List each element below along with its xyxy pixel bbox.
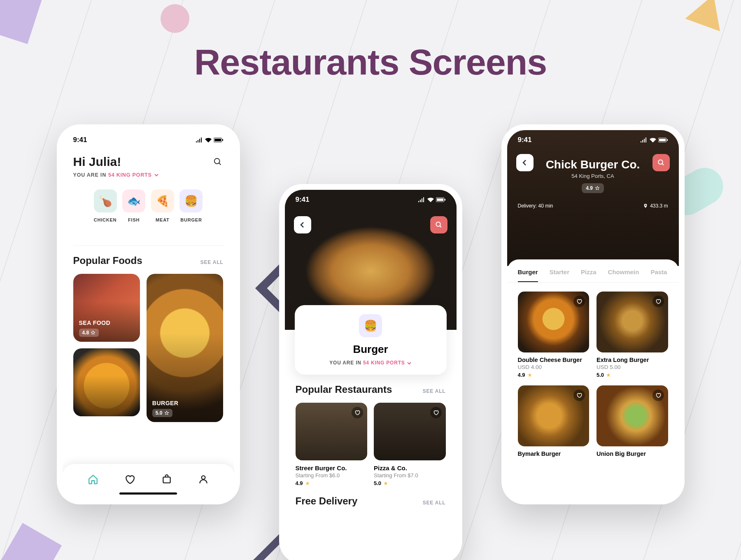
restaurant-card[interactable]: Streer Burger Co. Starting From $6.0 4.9 [296, 403, 368, 486]
favorite-icon[interactable] [652, 390, 664, 401]
food-card-burger[interactable]: BURGER 5.0 [147, 274, 224, 422]
food-card-seafood[interactable]: SEA FOOD 4.8 [73, 274, 140, 342]
status-icons [418, 197, 446, 202]
phone-restaurant-screen: 9:41 Chick Burger Co. 54 King Ports, CA … [501, 124, 685, 504]
status-time: 9:41 [73, 136, 87, 144]
category-row: 🍗CHICKEN🐟FISH🍕MEAT🍔BURGER [84, 178, 213, 232]
restaurant-name: Streer Burger Co. [296, 464, 368, 471]
favorite-icon[interactable] [573, 390, 585, 401]
favorite-icon[interactable] [352, 407, 363, 418]
search-icon[interactable] [212, 156, 224, 168]
product-image [518, 385, 590, 446]
section-title: Free Delivery [296, 495, 358, 507]
restaurant-image [296, 403, 368, 460]
svg-point-3 [214, 159, 219, 164]
category-card: 🍔 Burger YOU ARE IN 54 KING PORTS [295, 305, 447, 375]
svg-rect-1 [214, 139, 221, 141]
restaurant-image [374, 403, 446, 460]
product-card[interactable]: Union Big Burger [597, 385, 668, 457]
food-card-soup[interactable] [73, 348, 140, 416]
food-card-rating: 5.0 [152, 409, 172, 417]
tab-favorites-icon[interactable] [124, 473, 136, 485]
page-title: Restaurants Screens [0, 0, 741, 83]
tab-orders-icon[interactable] [161, 473, 173, 485]
product-price: USD 4.00 [518, 364, 590, 370]
location-selector[interactable]: YOU ARE IN 54 KING PORTS [304, 360, 438, 366]
restaurant-name: Pizza & Co. [374, 464, 446, 471]
restaurant-address: 54 King Ports, CA [507, 173, 679, 179]
phone-category-screen: 9:41 🍔 Burger YOU ARE IN 54 KING PORTS P… [279, 184, 462, 560]
category-meat[interactable]: 🍕MEAT [151, 189, 174, 222]
see-all-link[interactable]: SEE ALL [200, 259, 224, 265]
product-image [518, 292, 590, 352]
restaurant-rating: 4.9 [296, 480, 368, 486]
greeting-text: Hi Julia! [73, 155, 121, 169]
burger-icon: 🍔 [359, 314, 382, 337]
status-bar: 9:41 [285, 190, 457, 206]
status-bar: 9:41 [507, 130, 679, 147]
category-icon: 🍔 [179, 189, 203, 212]
rating-badge: 4.9 [582, 183, 604, 193]
favorite-icon[interactable] [652, 296, 664, 307]
phone-home-screen: 9:41 Hi Julia! YOU ARE IN 54 KING PORTS … [57, 124, 240, 504]
product-card[interactable]: Bymark Burger [518, 385, 590, 457]
favorite-icon[interactable] [573, 296, 585, 307]
category-icon: 🐟 [122, 189, 145, 212]
search-button[interactable] [652, 154, 670, 171]
tab-profile-icon[interactable] [197, 473, 210, 485]
product-rating: 4.9 [518, 372, 590, 378]
svg-rect-9 [445, 199, 445, 201]
category-label: CHICKEN [94, 217, 117, 222]
svg-point-15 [658, 160, 663, 164]
delivery-time: Delivery: 40 min [518, 203, 553, 209]
back-button[interactable] [516, 154, 534, 171]
svg-line-16 [662, 163, 664, 165]
back-button[interactable] [294, 216, 311, 233]
product-rating: 5.0 [597, 372, 668, 378]
tab-pizza[interactable]: Pizza [581, 268, 597, 282]
tab-home-icon[interactable] [87, 473, 99, 485]
see-all-link[interactable]: SEE ALL [423, 388, 446, 394]
product-price: USD 5.00 [597, 364, 668, 370]
category-label: MEAT [151, 217, 174, 222]
svg-point-6 [202, 476, 205, 479]
category-label: BURGER [179, 217, 203, 222]
svg-point-10 [436, 222, 440, 226]
tab-starter[interactable]: Starter [550, 268, 569, 282]
category-chicken[interactable]: 🍗CHICKEN [94, 189, 117, 222]
status-icons [640, 138, 668, 142]
restaurant-subtitle: Starting From $7.0 [374, 472, 446, 478]
restaurant-rating: 5.0 [374, 480, 446, 486]
tab-burger[interactable]: Burger [518, 268, 538, 282]
see-all-link[interactable]: SEE ALL [423, 500, 446, 506]
food-card-name: SEA FOOD [79, 320, 111, 326]
category-burger[interactable]: 🍔BURGER [179, 189, 203, 222]
status-time: 9:41 [518, 136, 532, 144]
product-name: Union Big Burger [597, 450, 668, 457]
section-title: Popular Foods [73, 255, 142, 266]
product-name: Extra Long Burger [597, 357, 668, 363]
search-button[interactable] [430, 216, 447, 233]
svg-rect-5 [163, 477, 170, 483]
restaurant-subtitle: Starting From $6.0 [296, 472, 368, 478]
product-card[interactable]: Double Cheese BurgerUSD 4.004.9 [518, 292, 590, 378]
location-selector[interactable]: YOU ARE IN 54 KING PORTS [63, 172, 234, 178]
category-fish[interactable]: 🐟FISH [122, 189, 145, 222]
favorite-icon[interactable] [430, 407, 442, 418]
product-image [597, 292, 668, 352]
svg-rect-8 [437, 198, 443, 201]
svg-rect-14 [667, 139, 668, 141]
tab-pasta[interactable]: Pasta [650, 268, 667, 282]
section-title: Popular Restaurants [296, 384, 392, 395]
product-card[interactable]: Extra Long BurgerUSD 5.005.0 [597, 292, 668, 378]
tab-chowmein[interactable]: Chowmein [608, 268, 639, 282]
restaurant-card[interactable]: Pizza & Co. Starting From $7.0 5.0 [374, 403, 446, 486]
home-indicator [119, 492, 177, 495]
svg-rect-13 [659, 139, 666, 141]
status-icons [196, 138, 224, 142]
category-title: Burger [304, 343, 438, 356]
svg-line-4 [219, 163, 221, 165]
distance: 433.3 m [643, 203, 668, 209]
svg-rect-2 [222, 139, 223, 141]
status-bar: 9:41 [63, 130, 234, 147]
